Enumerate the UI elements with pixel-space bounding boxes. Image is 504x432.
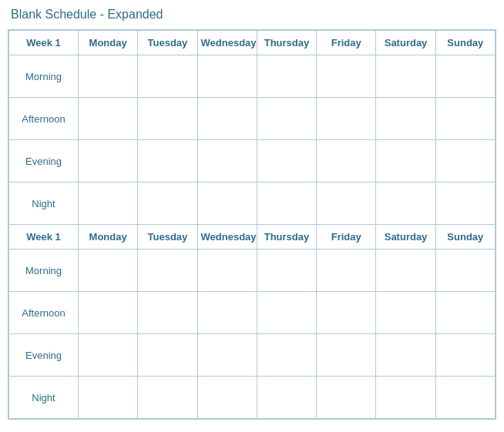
cell[interactable] [257,249,316,292]
cell[interactable] [79,183,138,225]
cell[interactable] [317,249,376,292]
cell[interactable] [435,292,495,334]
cell[interactable] [317,377,376,419]
cell[interactable] [257,292,316,334]
table-row: Evening [9,334,496,377]
cell[interactable] [435,377,495,419]
col-saturday-1: Saturday [376,31,435,55]
cell[interactable] [197,377,257,419]
cell[interactable] [257,377,316,419]
table-row: Afternoon [9,98,496,140]
cell[interactable] [138,98,197,140]
cell[interactable] [138,183,197,225]
cell[interactable] [79,140,138,183]
table-row: Night [9,183,496,225]
cell[interactable] [435,183,495,225]
cell[interactable] [138,377,197,419]
col-tuesday-1: Tuesday [138,31,197,55]
cell[interactable] [317,98,376,140]
col-thursday-1: Thursday [257,31,316,55]
cell[interactable] [138,55,197,98]
schedule-wrapper: Week 1 Monday Tuesday Wednesday Thursday… [8,29,496,420]
col-thursday-2: Thursday [257,225,316,249]
col-friday-1: Friday [317,31,376,55]
night-label-1: Night [9,183,79,225]
morning-label-1: Morning [9,55,79,98]
col-friday-2: Friday [317,225,376,249]
cell[interactable] [435,249,495,292]
cell[interactable] [138,140,197,183]
cell[interactable] [138,292,197,334]
cell[interactable] [197,334,257,377]
morning-label-2: Morning [9,249,79,292]
cell[interactable] [197,249,257,292]
cell[interactable] [197,292,257,334]
cell[interactable] [257,98,316,140]
cell[interactable] [197,140,257,183]
col-wednesday-1: Wednesday [197,31,257,55]
cell[interactable] [435,140,495,183]
col-sunday-1: Sunday [435,31,495,55]
cell[interactable] [376,55,435,98]
cell[interactable] [376,140,435,183]
cell[interactable] [376,292,435,334]
cell[interactable] [79,98,138,140]
table-row: Afternoon [9,292,496,334]
week2-body: Morning Afternoon Evening [9,249,496,419]
cell[interactable] [376,98,435,140]
night-label-2: Night [9,377,79,419]
col-monday-2: Monday [79,225,138,249]
col-sunday-2: Sunday [435,225,495,249]
cell[interactable] [317,334,376,377]
table-row: Evening [9,140,496,183]
week1-label: Week 1 [9,31,79,55]
col-monday-1: Monday [79,31,138,55]
afternoon-label-2: Afternoon [9,292,79,334]
cell[interactable] [435,98,495,140]
cell[interactable] [435,334,495,377]
week2-label: Week 1 [9,225,79,249]
evening-label-1: Evening [9,140,79,183]
evening-label-2: Evening [9,334,79,377]
cell[interactable] [435,55,495,98]
cell[interactable] [257,140,316,183]
cell[interactable] [257,183,316,225]
cell[interactable] [317,55,376,98]
cell[interactable] [138,249,197,292]
table-row: Morning [9,249,496,292]
cell[interactable] [376,183,435,225]
cell[interactable] [79,249,138,292]
week2-header: Week 1 Monday Tuesday Wednesday Thursday… [9,225,496,249]
cell[interactable] [79,292,138,334]
cell[interactable] [197,55,257,98]
cell[interactable] [79,377,138,419]
afternoon-label-1: Afternoon [9,98,79,140]
cell[interactable] [257,55,316,98]
cell[interactable] [257,334,316,377]
cell[interactable] [376,334,435,377]
cell[interactable] [79,55,138,98]
week1-header: Week 1 Monday Tuesday Wednesday Thursday… [9,31,496,55]
week1-body: Morning Afternoon Evening [9,55,496,225]
cell[interactable] [317,140,376,183]
page-title: Blank Schedule - Expanded [8,8,496,22]
cell[interactable] [138,334,197,377]
cell[interactable] [197,183,257,225]
table-row: Night [9,377,496,419]
cell[interactable] [197,98,257,140]
cell[interactable] [317,183,376,225]
schedule-table: Week 1 Monday Tuesday Wednesday Thursday… [8,30,496,419]
cell[interactable] [376,377,435,419]
cell[interactable] [376,249,435,292]
cell[interactable] [317,292,376,334]
col-tuesday-2: Tuesday [138,225,197,249]
table-row: Morning [9,55,496,98]
cell[interactable] [79,334,138,377]
col-wednesday-2: Wednesday [197,225,257,249]
col-saturday-2: Saturday [376,225,435,249]
